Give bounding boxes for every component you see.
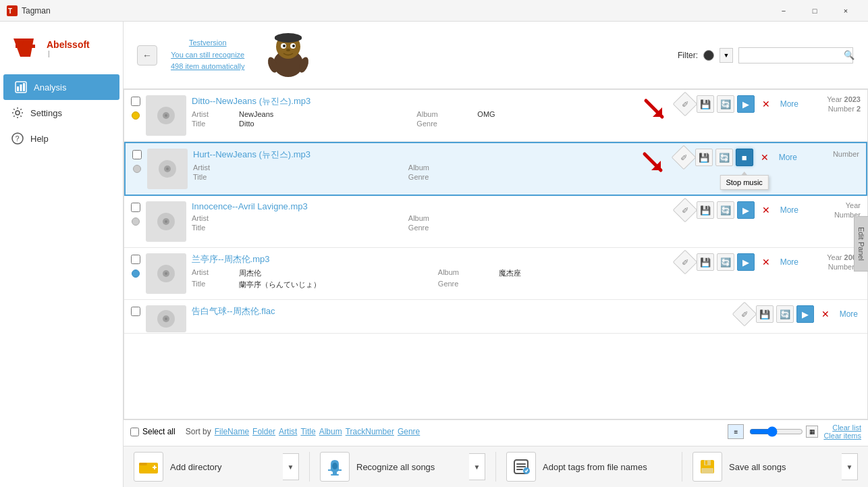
clear-items-button[interactable]: Clear items — [823, 432, 861, 440]
song-meta-right-1: Year 2023 Number 2 — [807, 95, 861, 114]
maximize-button[interactable]: □ — [799, 0, 830, 22]
status-dot-3 — [132, 217, 140, 226]
close-button[interactable]: × — [830, 0, 861, 22]
minimize-button[interactable]: − — [768, 0, 799, 22]
edit-button-1[interactable]: ✏ — [672, 92, 697, 117]
sidebar-item-help[interactable]: ? Help — [0, 126, 123, 151]
sort-folder[interactable]: Folder — [252, 427, 275, 436]
play-button-5[interactable]: ▶ — [796, 305, 814, 323]
grid-view-btn[interactable]: ▦ — [806, 426, 818, 438]
app-body: Abelssoft | Analysis Settings ? Help — [0, 22, 868, 487]
save-all-dropdown[interactable]: ▼ — [842, 453, 858, 480]
song-checkbox-2[interactable] — [132, 150, 142, 159]
save-button-1[interactable]: 💾 — [697, 95, 714, 113]
song-checkbox-4[interactable] — [131, 255, 140, 264]
sort-album[interactable]: Album — [319, 427, 342, 436]
svg-rect-6 — [17, 86, 19, 91]
sort-genre[interactable]: Genre — [398, 427, 420, 436]
filter-search-input[interactable] — [738, 47, 853, 63]
artist-label-3: Artist — [192, 214, 232, 222]
sidebar-item-settings[interactable]: Settings — [0, 100, 123, 126]
remove-button-2[interactable]: ✕ — [756, 149, 774, 166]
save-button-2[interactable]: 💾 — [695, 149, 713, 166]
genre-label-2: Genre — [408, 173, 462, 181]
svg-text:T: T — [8, 7, 12, 15]
sort-filename[interactable]: FileName — [215, 427, 249, 436]
filter-label: Filter: — [678, 51, 698, 60]
edit-button-5[interactable]: ✏ — [732, 302, 757, 327]
add-directory-dropdown[interactable]: ▼ — [283, 453, 299, 480]
add-directory-icon-btn[interactable] — [134, 452, 163, 482]
song-details-4: 兰亭序--周杰伦.mp3 Artist 周杰伦 Album 魔杰座 Title … — [192, 253, 632, 290]
save-button-3[interactable]: 💾 — [697, 201, 714, 219]
sort-tracknumber[interactable]: TrackNumber — [346, 427, 394, 436]
title-label-1: Title — [192, 120, 232, 128]
edit-button-3[interactable]: ✏ — [672, 198, 697, 223]
save-button-4[interactable]: 💾 — [697, 253, 714, 271]
view-btn-list[interactable]: ≡ — [728, 424, 744, 439]
refresh-button-2[interactable]: 🔄 — [715, 149, 733, 166]
sidebar-settings-label: Settings — [30, 108, 62, 118]
select-all-label[interactable]: Select all — [130, 427, 175, 436]
analysis-icon — [13, 80, 28, 95]
edit-button-2[interactable]: ✏ — [671, 145, 696, 170]
more-button-2[interactable]: More — [776, 151, 800, 163]
adopt-tags-group: Adopt tags from file names — [496, 452, 682, 482]
zoom-slider[interactable] — [749, 426, 803, 437]
remove-button-5[interactable]: ✕ — [817, 305, 834, 323]
save-all-group: Save all songs ▼ — [682, 452, 868, 482]
refresh-button-5[interactable]: 🔄 — [776, 305, 794, 323]
sidebar-help-label: Help — [30, 134, 49, 144]
filter-dropdown-button[interactable]: ▼ — [720, 48, 733, 63]
adopt-tags-icon-btn[interactable] — [506, 452, 536, 482]
remove-button-1[interactable]: ✕ — [757, 95, 775, 113]
play-button-3[interactable]: ▶ — [737, 201, 755, 219]
refresh-button-1[interactable]: 🔄 — [717, 95, 734, 113]
refresh-button-4[interactable]: 🔄 — [717, 253, 734, 271]
title-label-2: Title — [193, 173, 234, 181]
sort-title[interactable]: Title — [300, 427, 315, 436]
play-button-4[interactable]: ▶ — [737, 253, 755, 271]
action-bar: Add directory ▼ Recognize all songs ▼ Ad… — [124, 446, 868, 487]
play-button-1[interactable]: ▶ — [737, 95, 755, 113]
remove-button-3[interactable]: ✕ — [757, 201, 775, 219]
svg-point-20 — [286, 49, 290, 51]
more-button-1[interactable]: More — [778, 98, 801, 110]
stop-music-tooltip: Stop music — [720, 175, 768, 190]
mascot — [265, 30, 312, 80]
song-checkbox-3[interactable] — [131, 203, 140, 212]
back-button[interactable]: ← — [137, 45, 157, 66]
recognize-songs-icon-btn[interactable] — [320, 452, 350, 482]
genre-label-3: Genre — [408, 224, 462, 232]
select-all-checkbox[interactable] — [130, 428, 139, 436]
save-all-icon-btn[interactable] — [693, 452, 722, 482]
song-filename-5: 告白气球--周杰伦.flac — [192, 305, 691, 317]
edit-button-4[interactable]: ✏ — [672, 250, 697, 275]
stop-button-container: ■ Stop music — [736, 149, 753, 166]
artist-value-1: NewJeans — [239, 110, 410, 118]
title-label-4: Title — [192, 280, 232, 290]
song-actions-5: ✏ 💾 🔄 ▶ ✕ More — [736, 305, 861, 323]
edit-panel-tab[interactable]: Edit Panel — [854, 215, 868, 271]
genre-label-1: Genre — [416, 120, 470, 128]
song-meta-right-3: Year Number — [807, 201, 861, 220]
remove-button-4[interactable]: ✕ — [757, 253, 775, 271]
stop-button-2[interactable]: ■ — [736, 149, 753, 166]
brand-cursor: | — [48, 50, 90, 57]
save-button-5[interactable]: 💾 — [756, 305, 774, 323]
more-button-5[interactable]: More — [837, 308, 861, 320]
song-checkbox-1[interactable] — [131, 97, 140, 106]
svg-rect-15 — [275, 36, 302, 40]
clear-list-button[interactable]: Clear list — [823, 424, 861, 432]
filter-dot — [703, 50, 714, 61]
sidebar-item-analysis[interactable]: Analysis — [3, 74, 119, 100]
status-dot-2 — [133, 165, 141, 173]
more-button-3[interactable]: More — [778, 204, 801, 216]
sort-artist[interactable]: Artist — [279, 427, 297, 436]
refresh-button-3[interactable]: 🔄 — [717, 201, 734, 219]
svg-rect-56 — [701, 468, 713, 473]
svg-rect-44 — [328, 469, 342, 471]
more-button-4[interactable]: More — [778, 256, 801, 268]
song-checkbox-5[interactable] — [131, 307, 140, 316]
recognize-songs-dropdown[interactable]: ▼ — [469, 453, 485, 480]
